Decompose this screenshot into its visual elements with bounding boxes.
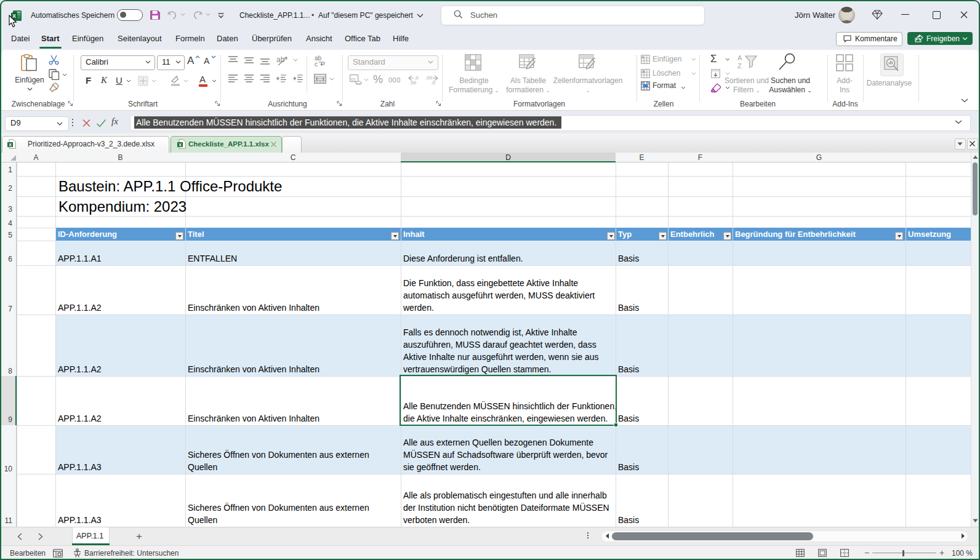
svg-text:Z: Z (737, 62, 742, 70)
svg-text:A: A (737, 54, 742, 62)
svg-text:c: c (315, 61, 318, 67)
svg-text:,0: ,0 (431, 80, 435, 85)
svg-text:X: X (179, 143, 182, 147)
svg-text:cc: cc (351, 76, 356, 82)
svg-text:,00: ,00 (409, 80, 417, 85)
svg-text:X: X (9, 143, 12, 147)
